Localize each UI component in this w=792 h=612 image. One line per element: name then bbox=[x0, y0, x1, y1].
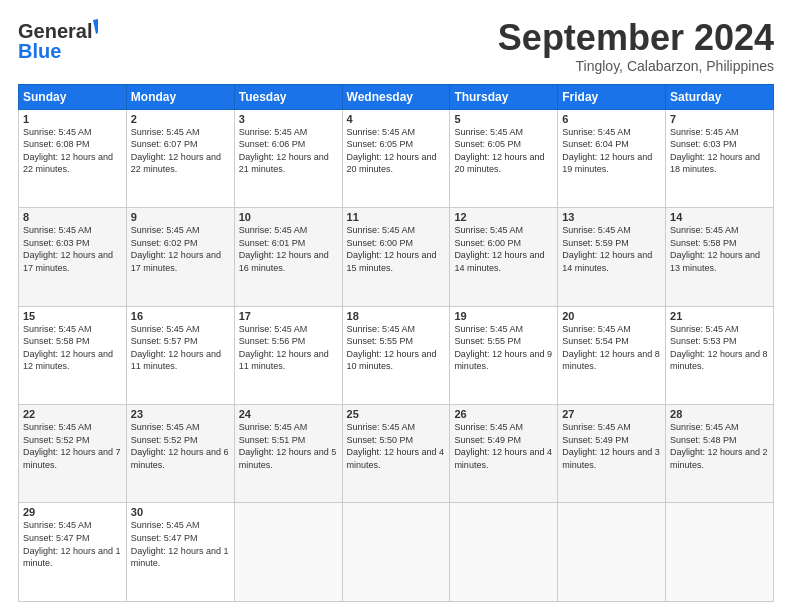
weekday-header-wednesday: Wednesday bbox=[342, 84, 450, 109]
day-cell-11: 11Sunrise: 5:45 AM Sunset: 6:00 PM Dayli… bbox=[342, 208, 450, 306]
day-detail: Sunrise: 5:45 AM Sunset: 5:50 PM Dayligh… bbox=[347, 421, 446, 471]
day-cell-7: 7Sunrise: 5:45 AM Sunset: 6:03 PM Daylig… bbox=[666, 109, 774, 207]
day-detail: Sunrise: 5:45 AM Sunset: 5:58 PM Dayligh… bbox=[23, 323, 122, 373]
day-number: 10 bbox=[239, 211, 338, 223]
week-row-1: 1Sunrise: 5:45 AM Sunset: 6:08 PM Daylig… bbox=[19, 109, 774, 207]
day-cell-20: 20Sunrise: 5:45 AM Sunset: 5:54 PM Dayli… bbox=[558, 306, 666, 404]
day-number: 17 bbox=[239, 310, 338, 322]
day-number: 25 bbox=[347, 408, 446, 420]
day-number: 12 bbox=[454, 211, 553, 223]
weekday-header-row: SundayMondayTuesdayWednesdayThursdayFrid… bbox=[19, 84, 774, 109]
day-number: 30 bbox=[131, 506, 230, 518]
day-number: 29 bbox=[23, 506, 122, 518]
day-detail: Sunrise: 5:45 AM Sunset: 5:57 PM Dayligh… bbox=[131, 323, 230, 373]
day-detail: Sunrise: 5:45 AM Sunset: 5:52 PM Dayligh… bbox=[131, 421, 230, 471]
day-number: 16 bbox=[131, 310, 230, 322]
day-number: 19 bbox=[454, 310, 553, 322]
day-detail: Sunrise: 5:45 AM Sunset: 5:49 PM Dayligh… bbox=[562, 421, 661, 471]
week-row-4: 22Sunrise: 5:45 AM Sunset: 5:52 PM Dayli… bbox=[19, 405, 774, 503]
day-number: 11 bbox=[347, 211, 446, 223]
day-detail: Sunrise: 5:45 AM Sunset: 6:06 PM Dayligh… bbox=[239, 126, 338, 176]
day-cell-5: 5Sunrise: 5:45 AM Sunset: 6:05 PM Daylig… bbox=[450, 109, 558, 207]
svg-text:General: General bbox=[18, 20, 92, 42]
day-detail: Sunrise: 5:45 AM Sunset: 6:02 PM Dayligh… bbox=[131, 224, 230, 274]
day-number: 28 bbox=[670, 408, 769, 420]
day-detail: Sunrise: 5:45 AM Sunset: 5:55 PM Dayligh… bbox=[347, 323, 446, 373]
day-cell-24: 24Sunrise: 5:45 AM Sunset: 5:51 PM Dayli… bbox=[234, 405, 342, 503]
weekday-header-friday: Friday bbox=[558, 84, 666, 109]
day-cell-28: 28Sunrise: 5:45 AM Sunset: 5:48 PM Dayli… bbox=[666, 405, 774, 503]
day-number: 3 bbox=[239, 113, 338, 125]
day-cell-21: 21Sunrise: 5:45 AM Sunset: 5:53 PM Dayli… bbox=[666, 306, 774, 404]
day-detail: Sunrise: 5:45 AM Sunset: 6:05 PM Dayligh… bbox=[347, 126, 446, 176]
day-number: 24 bbox=[239, 408, 338, 420]
day-cell-15: 15Sunrise: 5:45 AM Sunset: 5:58 PM Dayli… bbox=[19, 306, 127, 404]
day-cell-13: 13Sunrise: 5:45 AM Sunset: 5:59 PM Dayli… bbox=[558, 208, 666, 306]
day-cell-2: 2Sunrise: 5:45 AM Sunset: 6:07 PM Daylig… bbox=[126, 109, 234, 207]
day-number: 2 bbox=[131, 113, 230, 125]
month-title: September 2024 bbox=[498, 18, 774, 58]
day-detail: Sunrise: 5:45 AM Sunset: 5:48 PM Dayligh… bbox=[670, 421, 769, 471]
day-number: 21 bbox=[670, 310, 769, 322]
day-cell-18: 18Sunrise: 5:45 AM Sunset: 5:55 PM Dayli… bbox=[342, 306, 450, 404]
day-cell-27: 27Sunrise: 5:45 AM Sunset: 5:49 PM Dayli… bbox=[558, 405, 666, 503]
day-detail: Sunrise: 5:45 AM Sunset: 6:08 PM Dayligh… bbox=[23, 126, 122, 176]
day-cell-17: 17Sunrise: 5:45 AM Sunset: 5:56 PM Dayli… bbox=[234, 306, 342, 404]
day-detail: Sunrise: 5:45 AM Sunset: 6:00 PM Dayligh… bbox=[347, 224, 446, 274]
day-number: 22 bbox=[23, 408, 122, 420]
day-cell-16: 16Sunrise: 5:45 AM Sunset: 5:57 PM Dayli… bbox=[126, 306, 234, 404]
day-number: 9 bbox=[131, 211, 230, 223]
weekday-header-monday: Monday bbox=[126, 84, 234, 109]
day-detail: Sunrise: 5:45 AM Sunset: 5:54 PM Dayligh… bbox=[562, 323, 661, 373]
day-detail: Sunrise: 5:45 AM Sunset: 5:59 PM Dayligh… bbox=[562, 224, 661, 274]
week-row-5: 29Sunrise: 5:45 AM Sunset: 5:47 PM Dayli… bbox=[19, 503, 774, 602]
week-row-2: 8Sunrise: 5:45 AM Sunset: 6:03 PM Daylig… bbox=[19, 208, 774, 306]
day-detail: Sunrise: 5:45 AM Sunset: 6:03 PM Dayligh… bbox=[23, 224, 122, 274]
weekday-header-saturday: Saturday bbox=[666, 84, 774, 109]
day-detail: Sunrise: 5:45 AM Sunset: 5:58 PM Dayligh… bbox=[670, 224, 769, 274]
day-number: 20 bbox=[562, 310, 661, 322]
day-detail: Sunrise: 5:45 AM Sunset: 6:03 PM Dayligh… bbox=[670, 126, 769, 176]
day-cell-4: 4Sunrise: 5:45 AM Sunset: 6:05 PM Daylig… bbox=[342, 109, 450, 207]
day-number: 8 bbox=[23, 211, 122, 223]
day-cell-3: 3Sunrise: 5:45 AM Sunset: 6:06 PM Daylig… bbox=[234, 109, 342, 207]
svg-marker-2 bbox=[93, 18, 98, 34]
header: GeneralBlue September 2024 Tingloy, Cala… bbox=[18, 18, 774, 74]
day-detail: Sunrise: 5:45 AM Sunset: 5:56 PM Dayligh… bbox=[239, 323, 338, 373]
day-cell-9: 9Sunrise: 5:45 AM Sunset: 6:02 PM Daylig… bbox=[126, 208, 234, 306]
day-cell-19: 19Sunrise: 5:45 AM Sunset: 5:55 PM Dayli… bbox=[450, 306, 558, 404]
day-detail: Sunrise: 5:45 AM Sunset: 5:49 PM Dayligh… bbox=[454, 421, 553, 471]
day-number: 27 bbox=[562, 408, 661, 420]
day-cell-10: 10Sunrise: 5:45 AM Sunset: 6:01 PM Dayli… bbox=[234, 208, 342, 306]
weekday-header-thursday: Thursday bbox=[450, 84, 558, 109]
day-number: 6 bbox=[562, 113, 661, 125]
day-number: 5 bbox=[454, 113, 553, 125]
day-number: 4 bbox=[347, 113, 446, 125]
empty-cell bbox=[558, 503, 666, 602]
day-cell-12: 12Sunrise: 5:45 AM Sunset: 6:00 PM Dayli… bbox=[450, 208, 558, 306]
day-detail: Sunrise: 5:45 AM Sunset: 5:51 PM Dayligh… bbox=[239, 421, 338, 471]
week-row-3: 15Sunrise: 5:45 AM Sunset: 5:58 PM Dayli… bbox=[19, 306, 774, 404]
day-cell-30: 30Sunrise: 5:45 AM Sunset: 5:47 PM Dayli… bbox=[126, 503, 234, 602]
weekday-header-tuesday: Tuesday bbox=[234, 84, 342, 109]
svg-text:Blue: Blue bbox=[18, 40, 61, 62]
day-detail: Sunrise: 5:45 AM Sunset: 5:47 PM Dayligh… bbox=[131, 519, 230, 569]
day-cell-25: 25Sunrise: 5:45 AM Sunset: 5:50 PM Dayli… bbox=[342, 405, 450, 503]
day-cell-29: 29Sunrise: 5:45 AM Sunset: 5:47 PM Dayli… bbox=[19, 503, 127, 602]
day-cell-1: 1Sunrise: 5:45 AM Sunset: 6:08 PM Daylig… bbox=[19, 109, 127, 207]
day-detail: Sunrise: 5:45 AM Sunset: 5:55 PM Dayligh… bbox=[454, 323, 553, 373]
empty-cell bbox=[234, 503, 342, 602]
title-block: September 2024 Tingloy, Calabarzon, Phil… bbox=[498, 18, 774, 74]
day-cell-14: 14Sunrise: 5:45 AM Sunset: 5:58 PM Dayli… bbox=[666, 208, 774, 306]
day-cell-6: 6Sunrise: 5:45 AM Sunset: 6:04 PM Daylig… bbox=[558, 109, 666, 207]
day-number: 18 bbox=[347, 310, 446, 322]
empty-cell bbox=[666, 503, 774, 602]
day-detail: Sunrise: 5:45 AM Sunset: 6:00 PM Dayligh… bbox=[454, 224, 553, 274]
day-detail: Sunrise: 5:45 AM Sunset: 5:52 PM Dayligh… bbox=[23, 421, 122, 471]
calendar-table: SundayMondayTuesdayWednesdayThursdayFrid… bbox=[18, 84, 774, 602]
calendar-page: GeneralBlue September 2024 Tingloy, Cala… bbox=[0, 0, 792, 612]
day-number: 26 bbox=[454, 408, 553, 420]
day-detail: Sunrise: 5:45 AM Sunset: 5:53 PM Dayligh… bbox=[670, 323, 769, 373]
day-cell-8: 8Sunrise: 5:45 AM Sunset: 6:03 PM Daylig… bbox=[19, 208, 127, 306]
logo-svg: GeneralBlue bbox=[18, 18, 98, 63]
